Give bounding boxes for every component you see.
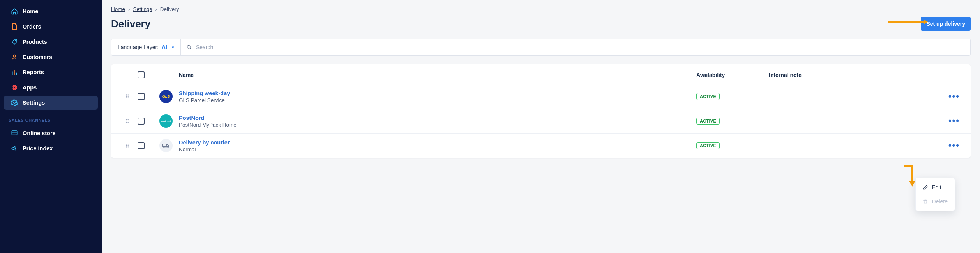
delivery-table: Name Availability Internal note GLS Ship… xyxy=(111,64,971,158)
sidebar-item-label: Settings xyxy=(23,100,45,106)
breadcrumb-current: Delivery xyxy=(160,6,179,12)
delivery-subtitle: PostNord MyPack Home xyxy=(179,122,694,128)
column-header-note: Internal note xyxy=(769,72,932,78)
store-icon xyxy=(11,130,18,137)
row-more-button[interactable]: ••• xyxy=(946,117,962,125)
provider-logo: postnord xyxy=(159,114,173,128)
search-icon xyxy=(186,45,192,50)
svg-point-7 xyxy=(187,45,190,48)
language-layer-select[interactable]: Language Layer: All ▾ xyxy=(111,39,181,55)
sidebar-item-apps[interactable]: Apps xyxy=(4,80,98,94)
svg-point-8 xyxy=(126,94,127,95)
delivery-subtitle: GLS Parcel Service xyxy=(179,97,694,103)
svg-point-19 xyxy=(128,122,129,123)
tag-icon xyxy=(11,38,18,45)
table-row: Delivery by courier Normal ACTIVE ••• xyxy=(111,133,971,158)
svg-point-14 xyxy=(126,119,127,120)
column-header-name: Name xyxy=(179,72,694,78)
status-badge: ACTIVE xyxy=(696,93,720,100)
chart-icon xyxy=(11,69,18,76)
svg-point-13 xyxy=(128,97,129,98)
svg-marker-29 xyxy=(909,181,915,187)
sidebar-item-reports[interactable]: Reports xyxy=(4,65,98,79)
svg-point-20 xyxy=(126,144,127,144)
svg-point-10 xyxy=(126,97,127,98)
dropdown-item-label: Delete xyxy=(932,198,948,205)
home-icon xyxy=(11,8,18,15)
chevron-right-icon: › xyxy=(128,6,130,12)
svg-point-23 xyxy=(128,144,129,144)
annotation-arrow xyxy=(904,165,915,187)
svg-point-24 xyxy=(128,145,129,146)
page-title: Delivery xyxy=(111,18,150,30)
svg-point-15 xyxy=(126,121,127,121)
svg-point-16 xyxy=(126,122,127,123)
dropdown-item-label: Edit xyxy=(932,184,941,191)
breadcrumb: Home › Settings › Delivery xyxy=(111,4,971,17)
svg-point-2 xyxy=(12,85,17,90)
row-checkbox[interactable] xyxy=(138,118,145,125)
row-more-button[interactable]: ••• xyxy=(946,92,962,101)
sidebar-section-label: SALES CHANNELS xyxy=(0,111,102,125)
svg-point-28 xyxy=(167,147,168,148)
user-icon xyxy=(11,53,18,61)
sidebar-item-label: Reports xyxy=(23,69,44,75)
truck-icon xyxy=(159,139,173,152)
apps-icon xyxy=(11,84,18,91)
sidebar-item-home[interactable]: Home xyxy=(4,4,98,18)
svg-point-18 xyxy=(128,121,129,121)
provider-logo: GLS xyxy=(159,90,173,103)
select-all-checkbox[interactable] xyxy=(138,71,145,78)
row-checkbox[interactable] xyxy=(138,142,145,149)
breadcrumb-settings[interactable]: Settings xyxy=(133,6,152,12)
table-row: GLS Shipping week-day GLS Parcel Service… xyxy=(111,84,971,109)
chevron-right-icon: › xyxy=(155,6,157,12)
sidebar-item-label: Online store xyxy=(23,130,56,136)
drag-handle-icon[interactable] xyxy=(120,143,135,148)
filter-bar: Language Layer: All ▾ xyxy=(111,39,971,56)
row-checkbox[interactable] xyxy=(138,93,145,100)
delivery-name-link[interactable]: PostNord xyxy=(179,115,204,121)
sidebar-item-products[interactable]: Products xyxy=(4,35,98,49)
svg-point-17 xyxy=(128,119,129,120)
sidebar-item-label: Orders xyxy=(23,23,41,30)
setup-delivery-button[interactable]: Set up delivery xyxy=(921,17,971,31)
delivery-subtitle: Normal xyxy=(179,146,694,152)
sidebar-item-label: Customers xyxy=(23,54,52,60)
breadcrumb-home[interactable]: Home xyxy=(111,6,125,12)
megaphone-icon xyxy=(11,145,18,152)
language-layer-label: Language Layer: xyxy=(118,44,159,50)
sidebar-item-online-store[interactable]: Online store xyxy=(4,126,98,140)
row-more-button[interactable]: ••• xyxy=(946,141,962,150)
dropdown-item-delete: Delete xyxy=(916,194,955,208)
sidebar-item-label: Apps xyxy=(23,84,37,91)
svg-rect-4 xyxy=(12,131,17,135)
svg-point-27 xyxy=(164,147,165,148)
sidebar: Home Orders Products Customers Reports xyxy=(0,0,102,253)
column-header-availability: Availability xyxy=(696,72,766,78)
row-actions-dropdown: Edit Delete xyxy=(915,178,955,211)
svg-point-11 xyxy=(128,94,129,95)
gear-icon xyxy=(11,99,18,106)
status-badge: ACTIVE xyxy=(696,142,720,149)
sidebar-item-orders[interactable]: Orders xyxy=(4,20,98,34)
svg-point-12 xyxy=(128,96,129,97)
drag-handle-icon[interactable] xyxy=(120,118,135,124)
sidebar-item-price-index[interactable]: Price index xyxy=(4,141,98,155)
sidebar-item-settings[interactable]: Settings xyxy=(4,96,98,110)
delivery-name-link[interactable]: Shipping week-day xyxy=(179,90,230,96)
sidebar-item-customers[interactable]: Customers xyxy=(4,50,98,64)
drag-handle-icon[interactable] xyxy=(120,94,135,99)
svg-point-21 xyxy=(126,145,127,146)
dropdown-item-edit[interactable]: Edit xyxy=(916,180,955,194)
sidebar-item-label: Price index xyxy=(23,145,53,151)
svg-rect-26 xyxy=(163,144,166,147)
search-input[interactable] xyxy=(196,44,965,50)
sidebar-item-label: Home xyxy=(23,8,38,14)
status-badge: ACTIVE xyxy=(696,118,720,125)
delivery-name-link[interactable]: Delivery by courier xyxy=(179,139,230,146)
svg-point-1 xyxy=(13,55,15,57)
table-row: postnord PostNord PostNord MyPack Home A… xyxy=(111,109,971,133)
svg-point-0 xyxy=(15,40,16,41)
orders-icon xyxy=(11,23,18,30)
